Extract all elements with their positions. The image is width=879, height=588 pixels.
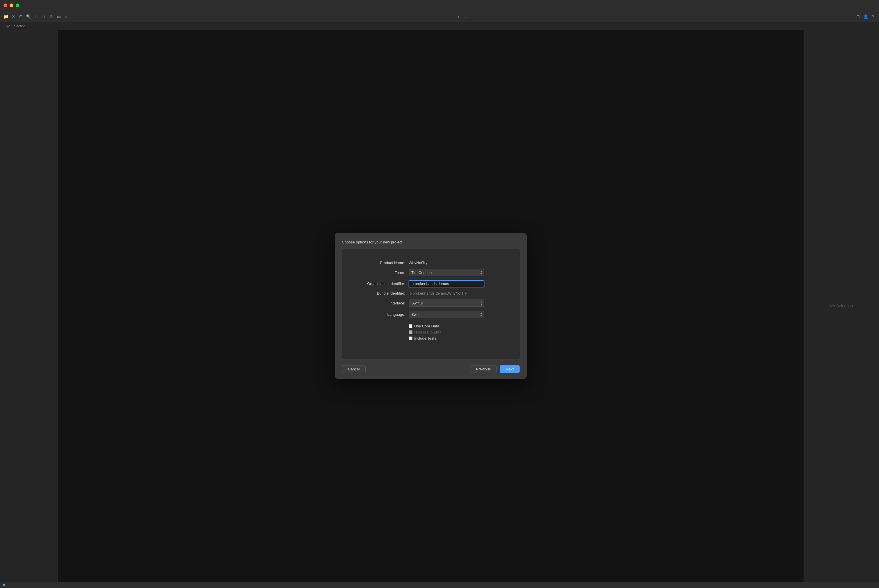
host-in-cloudkit-checkbox[interactable]	[409, 330, 412, 334]
dialog-footer: Cancel Previous Next	[342, 364, 520, 373]
org-identifier-input[interactable]	[409, 280, 484, 287]
close-button[interactable]	[3, 3, 7, 7]
git-icon[interactable]: ⊕	[48, 14, 54, 20]
warning-icon[interactable]: ⚠	[33, 14, 39, 20]
org-identifier-row: Organization Identifier:	[350, 280, 511, 287]
host-in-cloudkit-label: Host in CloudKit	[414, 330, 441, 334]
status-indicator	[3, 584, 5, 586]
bundle-identifier-value: io.brokenhands.demos.WhyNotTry	[409, 291, 467, 296]
statusbar	[0, 582, 879, 588]
bundle-identifier-label: Bundle Identifier:	[350, 291, 409, 296]
dialog-overlay: Choose options for your new project: Pro…	[58, 30, 804, 582]
host-in-cloudkit-row: Host in CloudKit	[409, 330, 441, 334]
dialog-content: Product Name: WhyNotTry Team: Tim Condon…	[342, 249, 520, 359]
split-view-icon[interactable]: ⊡	[855, 14, 861, 20]
previous-button[interactable]: Previous	[470, 365, 497, 373]
inspector-icon[interactable]: ≡	[63, 14, 69, 20]
include-tests-row: Include Tests	[409, 336, 436, 340]
interface-select[interactable]: SwiftUI Storyboard	[409, 300, 484, 307]
add-tab-icon[interactable]: ⊞	[18, 14, 24, 20]
bundle-identifier-row: Bundle Identifier: io.brokenhands.demos.…	[350, 291, 511, 296]
use-core-data-row: Use Core Data	[409, 324, 439, 328]
sidebar	[0, 30, 58, 582]
traffic-lights	[3, 3, 20, 7]
right-panel: No Selection	[804, 30, 879, 582]
language-label: Language:	[350, 312, 409, 316]
no-selection-bar: No Selection	[0, 22, 879, 30]
interface-row: Interface: SwiftUI Storyboard ▲ ▼	[350, 300, 511, 307]
language-row: Language: Swift Objective-C ▲ ▼	[350, 311, 511, 318]
team-select-wrapper: Tim Condon ▲ ▼	[409, 269, 484, 276]
use-core-data-checkbox[interactable]	[409, 324, 412, 328]
nav-forward-icon[interactable]: ›	[463, 14, 469, 20]
layout-icon[interactable]: ▭	[56, 14, 62, 20]
toolbar: 📁 ✕ ⊞ 🔍 ⚠ ◇ ⊕ ▭ ≡ ‹ › ⊡ 👤 ?	[0, 11, 879, 22]
product-name-row: Product Name: WhyNotTry	[350, 261, 511, 265]
interface-label: Interface:	[350, 301, 409, 305]
nav-back-icon[interactable]: ‹	[455, 14, 461, 20]
shape-icon[interactable]: ◇	[41, 14, 47, 20]
dialog-footer-right: Previous Next	[470, 365, 520, 373]
editor-area: Choose options for your new project: Pro…	[58, 30, 804, 582]
team-select[interactable]: Tim Condon	[409, 269, 484, 276]
team-label: Team:	[350, 270, 409, 275]
new-project-dialog: Choose options for your new project: Pro…	[335, 233, 527, 379]
language-select-wrapper: Swift Objective-C ▲ ▼	[409, 311, 484, 318]
next-button[interactable]: Next	[500, 365, 520, 373]
maximize-button[interactable]	[16, 3, 20, 7]
interface-select-wrapper: SwiftUI Storyboard ▲ ▼	[409, 300, 484, 307]
include-tests-label[interactable]: Include Tests	[414, 336, 436, 340]
team-row: Team: Tim Condon ▲ ▼	[350, 269, 511, 276]
titlebar	[0, 0, 879, 11]
right-panel-no-selection: No Selection	[830, 304, 853, 308]
help-icon[interactable]: ?	[870, 14, 876, 20]
product-name-label: Product Name:	[350, 261, 409, 265]
close-tab-icon[interactable]: ✕	[11, 14, 16, 20]
use-core-data-label[interactable]: Use Core Data	[414, 324, 439, 328]
org-identifier-label: Organization Identifier:	[350, 282, 409, 286]
include-tests-checkbox[interactable]	[409, 336, 412, 340]
search-icon[interactable]: 🔍	[26, 14, 32, 20]
no-selection-text: No Selection	[3, 23, 29, 29]
product-name-value: WhyNotTry	[409, 261, 428, 265]
cancel-button[interactable]: Cancel	[342, 365, 366, 373]
minimize-button[interactable]	[10, 3, 14, 7]
user-icon[interactable]: 👤	[863, 14, 868, 20]
language-select[interactable]: Swift Objective-C	[409, 311, 484, 318]
dialog-title: Choose options for your new project:	[342, 240, 520, 244]
checkbox-area: Use Core Data Host in CloudKit Include T…	[409, 324, 511, 340]
folder-icon[interactable]: 📁	[3, 14, 9, 20]
